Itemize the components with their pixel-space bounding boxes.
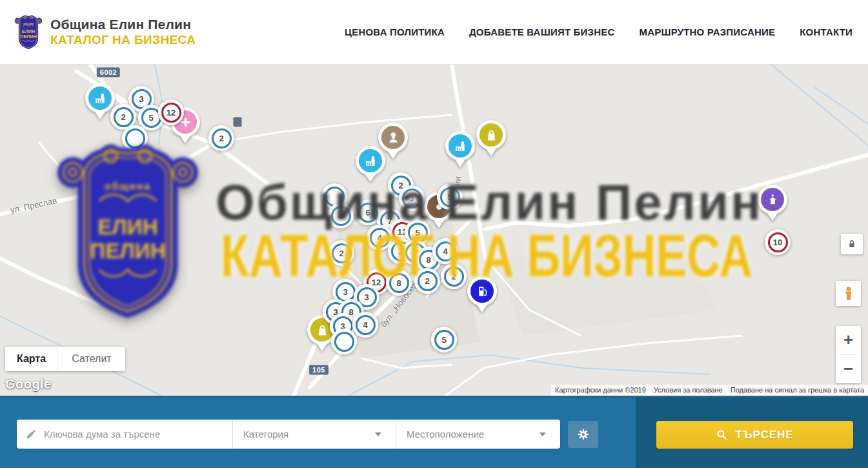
header: община ЕЛИН ПЕЛИН Община Елин Пелин КАТА…	[0, 0, 868, 65]
map-attribution-item: Картографски данни ©2019	[551, 385, 650, 396]
cluster-ring: 2	[418, 271, 438, 291]
cluster-count: 2	[219, 134, 223, 143]
factory-icon	[359, 149, 382, 172]
search-button[interactable]: ТЪРСЕНЕ	[656, 421, 853, 449]
map-pin-factory[interactable]	[85, 83, 115, 113]
map-cluster-marker[interactable]: 4	[352, 312, 378, 338]
worker-icon	[381, 126, 405, 149]
keyword-input[interactable]	[44, 429, 226, 440]
map-cluster-marker[interactable]: 5	[431, 327, 457, 352]
cluster-count: 8	[396, 278, 401, 288]
zoom-control: + −	[836, 326, 861, 383]
zoom-out-button[interactable]: −	[836, 355, 861, 383]
map-cluster-marker[interactable]: 2	[441, 263, 467, 289]
cluster-count: 2	[451, 272, 456, 281]
map-cluster-marker[interactable]: 3	[399, 185, 425, 211]
cluster-count: 12	[167, 108, 176, 117]
cluster-ring: 3	[402, 188, 422, 209]
pin-circle	[467, 276, 497, 306]
lock-icon	[846, 238, 858, 250]
map-cluster-marker[interactable]: 2	[208, 125, 234, 151]
cluster-count: 4	[377, 233, 381, 243]
fuel-icon	[470, 280, 494, 303]
cluster-count: 8	[426, 255, 430, 265]
cluster-ring: 4	[436, 241, 456, 261]
nav-item[interactable]: МАРШРУТНО РАЗПИСАНИЕ	[639, 26, 775, 37]
map-cluster-marker[interactable]: 2	[328, 240, 354, 266]
map-pin-bag[interactable]	[476, 120, 506, 150]
location-value: Местоположение	[407, 429, 540, 440]
street-view-pegman-button[interactable]	[836, 281, 861, 306]
pin-circle	[476, 120, 506, 150]
search-action-panel: ТЪРСЕНЕ	[636, 398, 868, 468]
google-logo[interactable]: Google	[5, 377, 52, 392]
cluster-ring: 4	[370, 228, 390, 248]
cluster-ring: 2	[444, 267, 464, 287]
cluster-count: 10	[773, 238, 782, 247]
nav-item[interactable]: ДОБАВЕТЕ ВАШИЯТ БИЗНЕС	[469, 26, 614, 37]
cluster-count: 3	[364, 292, 368, 302]
map-attribution-item[interactable]: Подаване на сигнал за грешка в картата	[727, 385, 868, 396]
svg-text:община: община	[23, 21, 34, 25]
map-pin-factory[interactable]	[445, 131, 475, 161]
nav-item-label: ЦЕНОВА ПОЛИТИКА	[345, 26, 445, 37]
map-canvas[interactable]: 6002105ул. Преславбул. „Новоселции	[0, 65, 868, 396]
cluster-count: 5	[447, 192, 452, 202]
map-pin-church[interactable]	[758, 185, 787, 214]
cluster-count: 5	[148, 113, 153, 123]
pin-circle	[445, 131, 475, 161]
main-nav: ЦЕНОВА ПОЛИТИКАДОБАВЕТЕ ВАШИЯТ БИЗНЕСМАР…	[345, 26, 853, 37]
nav-item-label: ДОБАВЕТЕ ВАШИЯТ БИЗНЕС	[469, 26, 614, 37]
cluster-ring	[334, 332, 354, 352]
pin-circle	[378, 123, 408, 152]
cluster-ring: 2	[212, 128, 232, 148]
cluster-count: 3	[409, 194, 414, 203]
brand-title: Община Елин Пелин	[50, 17, 196, 32]
map-cluster-marker[interactable]: 4	[432, 238, 458, 264]
nav-item[interactable]: ЦЕНОВА ПОЛИТИКА	[345, 26, 445, 37]
cluster-count: 6	[365, 208, 370, 218]
chevron-down-icon	[540, 432, 546, 436]
cluster-count: 4	[443, 247, 447, 256]
map-cluster-marker[interactable]: 8	[386, 270, 412, 296]
category-value: Категория	[243, 429, 375, 440]
brand-text: Община Елин Пелин КАТАЛОГ НА БИЗНЕСА	[50, 17, 196, 47]
advanced-search-button[interactable]	[568, 421, 598, 448]
map-cluster-marker[interactable]: 10	[765, 229, 791, 255]
brand-subtitle: КАТАЛОГ НА БИЗНЕСА	[50, 33, 196, 47]
map-cluster-marker[interactable]: 12	[158, 99, 184, 125]
category-select[interactable]: Категория	[232, 420, 396, 449]
map-cluster-marker[interactable]: 4	[328, 203, 354, 229]
map-cluster-marker[interactable]: 5	[437, 184, 463, 210]
cluster-ring: 12	[161, 103, 181, 123]
location-select[interactable]: Местоположение	[396, 420, 560, 449]
search-icon	[716, 429, 728, 441]
cluster-count: 5	[441, 335, 446, 345]
brand[interactable]: община ЕЛИН ПЕЛИН Община Елин Пелин КАТА…	[14, 14, 196, 51]
map-tab-satelit[interactable]: Сателит	[57, 347, 125, 371]
zoom-in-button[interactable]: +	[836, 326, 861, 354]
pin-circle	[758, 185, 787, 214]
map-cluster-marker[interactable]	[122, 125, 148, 151]
cluster-ring: 8	[389, 273, 409, 293]
factory-icon	[449, 134, 472, 158]
map-pin-fuel[interactable]	[467, 276, 497, 306]
cluster-count: 2	[121, 112, 125, 122]
map-cluster-marker[interactable]	[331, 329, 357, 354]
cluster-ring: 4	[331, 206, 351, 226]
map-cluster-marker[interactable]: 2	[414, 268, 440, 294]
lock-control-button[interactable]	[841, 234, 863, 254]
cluster-ring: 5	[434, 330, 454, 350]
cluster-count: 2	[339, 249, 343, 258]
svg-text:ПЕЛИН: ПЕЛИН	[20, 33, 37, 39]
nav-item[interactable]: КОНТАКТИ	[800, 26, 853, 37]
cluster-count: 2	[425, 276, 429, 286]
map-pin-worker[interactable]	[378, 123, 408, 152]
map-tab-karta[interactable]: Карта	[5, 347, 57, 371]
cluster-ring: 2	[332, 243, 352, 263]
nav-item-label: МАРШРУТНО РАЗПИСАНИЕ	[639, 26, 775, 37]
map-attribution-item[interactable]: Условия за ползване	[650, 385, 727, 396]
keyword-section	[17, 420, 232, 449]
cluster-count: 3	[343, 287, 347, 297]
municipality-emblem-logo: община ЕЛИН ПЕЛИН	[14, 14, 43, 51]
